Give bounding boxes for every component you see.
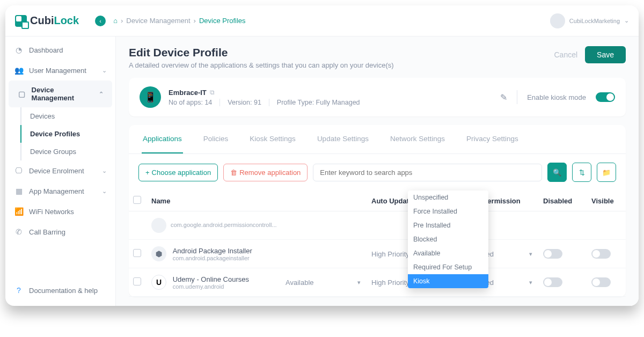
- row-checkbox[interactable]: [133, 277, 141, 285]
- remove-application-button[interactable]: 🗑Remove application: [223, 164, 308, 181]
- sidebar-item-device-management[interactable]: ▢Device Management⌃: [9, 80, 112, 107]
- sidebar-sub-devices[interactable]: Devices: [20, 107, 115, 125]
- tab-network-settings[interactable]: Network Settings: [389, 125, 446, 153]
- chevron-down-icon: ▾: [357, 279, 361, 286]
- sidebar-label: Device Enrolment: [29, 167, 84, 175]
- app-name: Android Package Installer: [173, 247, 252, 255]
- dropdown-option[interactable]: Blocked: [408, 232, 488, 246]
- disabled-toggle[interactable]: [543, 249, 562, 259]
- chevron-down-icon: ⌄: [102, 67, 107, 74]
- tab-update-settings[interactable]: Update Settings: [316, 125, 370, 153]
- install-type-dropdown[interactable]: Unspecified Force Installed Pre Installe…: [408, 191, 488, 288]
- sidebar-label: App Management: [29, 187, 84, 195]
- breadcrumb-l1[interactable]: Device Management: [126, 17, 190, 25]
- brand-logo[interactable]: CubiLock: [15, 14, 79, 27]
- breadcrumb-l2[interactable]: Device Profiles: [199, 17, 246, 25]
- tab-applications[interactable]: Applications: [142, 125, 183, 153]
- sidebar-label: Call Barring: [29, 228, 65, 236]
- brand-text-a: Cubi: [30, 14, 54, 26]
- sidebar-item-app-management[interactable]: ▦App Management⌄: [5, 181, 115, 201]
- android-icon: ⬢: [151, 246, 166, 261]
- folder-icon: 📁: [602, 169, 611, 177]
- search-input[interactable]: [313, 164, 542, 181]
- sidebar-item-wifi[interactable]: 📶WiFi Networks: [5, 201, 115, 222]
- back-button[interactable]: ‹: [95, 16, 106, 26]
- kiosk-toggle[interactable]: [596, 92, 615, 102]
- brand-text-b: Lock: [54, 14, 79, 26]
- app-pkg: com.google.android.permissioncontroll...: [171, 222, 277, 228]
- chevron-down-icon: ⌄: [624, 17, 629, 24]
- sidebar-label: Device Management: [32, 86, 93, 102]
- profile-apps: No of apps: 14: [169, 99, 220, 106]
- table-row: ⬢ Android Package Installer com.android.…: [129, 240, 626, 268]
- dropdown-option[interactable]: Unspecified: [408, 191, 488, 204]
- profile-name: Embrace-IT: [169, 89, 207, 97]
- sort-button[interactable]: ⇅: [572, 163, 591, 182]
- sidebar-item-dashboard[interactable]: ◔Dashboard: [5, 40, 115, 60]
- cancel-button[interactable]: Cancel: [554, 50, 577, 59]
- sidebar-item-help[interactable]: ?Documentation & help: [5, 280, 116, 301]
- dropdown-option[interactable]: Force Installed: [408, 204, 488, 218]
- visible-toggle[interactable]: [591, 249, 611, 259]
- copy-icon[interactable]: ⧉: [210, 89, 215, 96]
- phone-icon: 📱: [140, 86, 161, 108]
- col-visible: Visible: [587, 191, 626, 211]
- apps-table: Name Auto Update Mode Default Permission…: [129, 191, 626, 297]
- page-title: Edit Device Profile: [129, 46, 394, 59]
- grid-icon: ▦: [14, 186, 24, 196]
- sidebar-sub-device-groups[interactable]: Device Groups: [20, 143, 115, 160]
- help-icon: ?: [14, 285, 24, 295]
- logo-mark-icon: [15, 15, 27, 27]
- profile-card: 📱 Embrace-IT ⧉ No of apps: 14 Version: 9…: [129, 78, 626, 116]
- search-icon: 🔍: [553, 169, 561, 177]
- table-row: U Udemy - Online Courses com.udemy.andro…: [129, 268, 626, 297]
- row-checkbox[interactable]: [133, 249, 141, 257]
- table-row: com.google.android.permissioncontroll...: [129, 211, 626, 240]
- breadcrumb: ⌂ › Device Management › Device Profiles: [113, 17, 245, 25]
- wifi-icon: 📶: [14, 207, 24, 216]
- home-icon[interactable]: ⌂: [113, 17, 118, 25]
- checkbox-all[interactable]: [133, 196, 141, 204]
- sidebar-label: Documentation & help: [29, 287, 98, 295]
- monitor-icon: 🖵: [14, 166, 24, 175]
- chevron-down-icon: ▾: [529, 251, 532, 258]
- tab-kiosk-settings[interactable]: Kiosk Settings: [248, 125, 297, 153]
- sidebar: ◔Dashboard 👥User Management⌄ ▢Device Man…: [5, 36, 116, 306]
- col-disabled: Disabled: [539, 191, 587, 211]
- users-icon: 👥: [14, 65, 24, 75]
- chevron-up-icon: ⌃: [99, 91, 104, 98]
- app-icon: [151, 218, 166, 233]
- install-type-select[interactable]: Available▾: [286, 279, 361, 287]
- user-menu[interactable]: CubiLockMarketing ⌄: [550, 13, 629, 28]
- page-subtitle: A detailed overview of the applications …: [129, 61, 394, 69]
- disabled-toggle[interactable]: [543, 277, 562, 287]
- sidebar-item-call-barring[interactable]: ✆Call Barring: [5, 222, 115, 242]
- tab-policies[interactable]: Policies: [202, 125, 230, 153]
- gauge-icon: ◔: [14, 45, 24, 55]
- search-button[interactable]: 🔍: [547, 163, 567, 182]
- sidebar-item-user-management[interactable]: 👥User Management⌄: [5, 60, 115, 80]
- user-name: CubiLockMarketing: [569, 18, 620, 24]
- dropdown-option[interactable]: Pre Installed: [408, 218, 488, 232]
- visible-toggle[interactable]: [591, 277, 611, 287]
- plus-icon: +: [145, 169, 150, 177]
- app-name: Udemy - Online Courses: [173, 275, 249, 283]
- dropdown-option[interactable]: Required For Setup: [408, 260, 488, 274]
- import-button[interactable]: 📁: [597, 163, 616, 182]
- sidebar-label: WiFi Networks: [29, 208, 74, 216]
- tab-privacy-settings[interactable]: Privacy Settings: [465, 125, 519, 153]
- sidebar-sub-device-profiles[interactable]: Device Profiles: [20, 125, 115, 143]
- edit-icon[interactable]: ✎: [500, 92, 507, 102]
- udemy-icon: U: [151, 275, 166, 290]
- dropdown-option-selected[interactable]: Kiosk: [408, 274, 488, 288]
- sidebar-item-device-enrolment[interactable]: 🖵Device Enrolment⌄: [5, 160, 115, 181]
- device-icon: ▢: [17, 89, 26, 99]
- dropdown-option[interactable]: Available: [408, 246, 488, 260]
- avatar-icon: [550, 13, 565, 28]
- profile-type: Profile Type: Fully Managed: [277, 99, 368, 106]
- save-button[interactable]: Save: [585, 46, 626, 63]
- profile-version: Version: 91: [228, 99, 269, 106]
- chevron-down-icon: ⌄: [102, 167, 107, 174]
- sidebar-label: User Management: [29, 67, 86, 75]
- choose-application-button[interactable]: +Choose application: [138, 164, 218, 181]
